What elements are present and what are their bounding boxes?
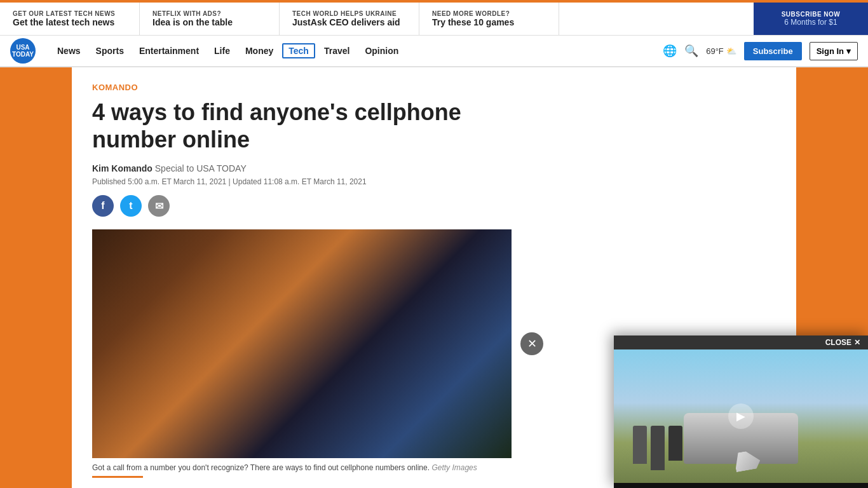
- promo-eyebrow-2: NETFLIX WITH ADS?: [153, 10, 266, 17]
- published-date: Published 5:00 a.m. ET March 11, 2021: [92, 177, 226, 186]
- video-overlay: CLOSE ✕ ▶: [614, 336, 868, 488]
- promo-item-netflix[interactable]: NETFLIX WITH ADS? Idea is on the table: [140, 3, 280, 35]
- left-sidebar: [0, 67, 72, 488]
- weather-icon: ⛅: [726, 46, 736, 56]
- article-title: 4 ways to find anyone's cellphone number…: [92, 98, 512, 153]
- nav-item-tech[interactable]: Tech: [282, 45, 315, 57]
- subscribe-price: 6 Months for $1: [784, 18, 837, 27]
- promo-item-wordle[interactable]: NEED MORE WORDLE? Try these 10 games: [419, 3, 559, 35]
- logo-text: USATODAY: [12, 44, 34, 58]
- nav-link-life[interactable]: Life: [208, 43, 236, 58]
- nav-link-travel[interactable]: Travel: [318, 43, 356, 58]
- caption-source: Getty Images: [431, 463, 477, 472]
- caption-underline: [92, 476, 143, 478]
- video-people-group: [633, 426, 682, 470]
- promo-eyebrow-3: TECH WORLD HELPS UKRAINE: [292, 10, 406, 17]
- updated-date: Updated 11:08 a.m. ET March 11, 2021: [233, 177, 367, 186]
- video-close-bar: CLOSE ✕: [614, 336, 868, 349]
- person-1: [633, 426, 647, 464]
- nav-item-travel[interactable]: Travel: [318, 45, 356, 57]
- video-close-icon: ✕: [854, 338, 860, 347]
- facebook-share-button[interactable]: f: [92, 195, 114, 217]
- close-x-icon: ✕: [527, 337, 537, 351]
- chevron-down-icon: ▾: [846, 46, 851, 56]
- close-article-button[interactable]: ✕: [520, 332, 543, 355]
- article-section: KOMANDO: [92, 83, 776, 92]
- signin-label: Sign In: [817, 46, 844, 56]
- nav-link-news[interactable]: News: [51, 43, 87, 58]
- person-3: [668, 426, 682, 461]
- search-icon[interactable]: 🔍: [684, 44, 698, 58]
- nav-link-tech[interactable]: Tech: [282, 43, 315, 58]
- logo[interactable]: USATODAY: [10, 38, 36, 64]
- video-close-label: CLOSE: [825, 338, 851, 347]
- author-role: Special to USA TODAY: [155, 163, 247, 173]
- nav-link-entertainment[interactable]: Entertainment: [133, 43, 205, 58]
- temperature: 69°F: [706, 46, 724, 56]
- promo-item-ukraine[interactable]: TECH WORLD HELPS UKRAINE JustAsk CEO del…: [280, 3, 419, 35]
- weather-badge: 69°F ⛅: [706, 46, 736, 56]
- promo-text-2: Idea is on the table: [153, 17, 266, 27]
- nav-item-sports[interactable]: Sports: [90, 45, 130, 57]
- article-date: Published 5:00 a.m. ET March 11, 2021 | …: [92, 177, 776, 186]
- article-caption: Got a call from a number you don't recog…: [92, 463, 512, 472]
- nav-item-opinion[interactable]: Opinion: [358, 45, 405, 57]
- signin-button[interactable]: Sign In ▾: [810, 42, 858, 60]
- subscribe-promo[interactable]: SUBSCRIBE NOW 6 Months for $1: [754, 3, 868, 35]
- promo-bar: GET OUR LATEST TECH NEWS Get the latest …: [0, 3, 868, 36]
- twitter-share-button[interactable]: t: [120, 195, 142, 217]
- promo-text-3: JustAsk CEO delivers aid: [292, 17, 406, 27]
- author-name: Kim Komando: [92, 163, 153, 173]
- article-byline: Kim Komando Special to USA TODAY: [92, 163, 776, 173]
- globe-icon[interactable]: 🌐: [663, 44, 677, 58]
- nav-item-life[interactable]: Life: [208, 45, 236, 57]
- promo-text-4: Try these 10 games: [432, 17, 546, 27]
- article-image: [92, 229, 512, 458]
- nav-bar: USATODAY News Sports Entertainment Life …: [0, 36, 868, 67]
- nav-link-sports[interactable]: Sports: [90, 43, 130, 58]
- social-icons: f t ✉: [92, 195, 776, 217]
- video-frame: ▶: [614, 349, 868, 483]
- promo-text-1: Get the latest tech news: [13, 17, 126, 27]
- promo-item-tech[interactable]: GET OUR LATEST TECH NEWS Get the latest …: [0, 3, 140, 35]
- video-close-button[interactable]: CLOSE ✕: [825, 338, 860, 347]
- article-image-wrapper: ✕: [92, 229, 512, 458]
- person-2: [651, 426, 665, 470]
- email-share-button[interactable]: ✉: [148, 195, 170, 217]
- caption-text: Got a call from a number you don't recog…: [92, 463, 430, 472]
- nav-item-news[interactable]: News: [51, 45, 87, 57]
- nav-right: 🌐 🔍 69°F ⛅ Subscribe Sign In ▾: [663, 42, 858, 60]
- nav-item-money[interactable]: Money: [239, 45, 280, 57]
- subscribe-eyebrow: SUBSCRIBE NOW: [782, 11, 841, 18]
- nav-link-opinion[interactable]: Opinion: [358, 43, 405, 58]
- promo-eyebrow-4: NEED MORE WORDLE?: [432, 10, 546, 17]
- nav-links: News Sports Entertainment Life Money Tec…: [51, 45, 405, 57]
- subscribe-button[interactable]: Subscribe: [744, 42, 802, 60]
- video-play-button[interactable]: ▶: [728, 403, 754, 429]
- logo-circle: USATODAY: [10, 38, 36, 64]
- promo-eyebrow-1: GET OUR LATEST TECH NEWS: [13, 10, 126, 17]
- nav-link-money[interactable]: Money: [239, 43, 280, 58]
- nav-item-entertainment[interactable]: Entertainment: [133, 45, 205, 57]
